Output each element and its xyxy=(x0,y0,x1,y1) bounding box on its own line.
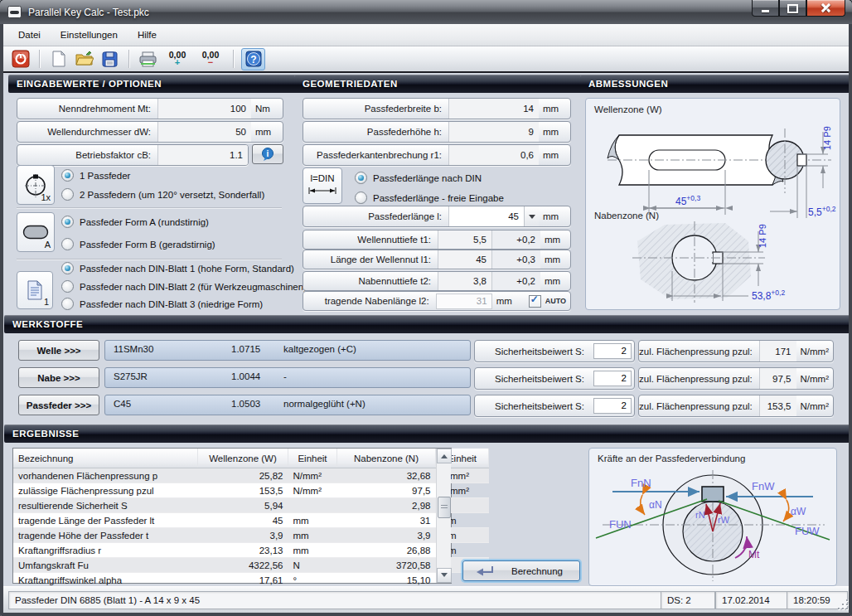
passfederhoehe-unit: mm xyxy=(539,127,570,137)
minimize-button[interactable] xyxy=(752,0,779,17)
passfeder-button[interactable]: Passfeder >>> xyxy=(18,395,99,415)
maximize-button[interactable] xyxy=(779,0,806,17)
nabe-button[interactable]: Nabe >>> xyxy=(18,367,99,388)
open-file-icon xyxy=(75,51,94,67)
field-nenndrehmoment: Nenndrehmoment Mt: 100 Nm xyxy=(17,98,283,119)
close-icon xyxy=(821,3,831,12)
flaechenpressung-label: zul. Flächenpressung pzul: xyxy=(639,401,759,411)
wellendurchmesser-input[interactable]: 50 xyxy=(157,122,251,142)
minus-icon: − xyxy=(208,59,213,66)
results-scrollbar[interactable] xyxy=(436,449,451,583)
passfederlaenge-label: Passfederlänge l: xyxy=(303,211,448,221)
toolbar-separator xyxy=(39,50,40,68)
decimal-increase-button[interactable]: 0,00 + xyxy=(162,49,192,70)
new-file-button[interactable] xyxy=(47,49,70,70)
kantenbrechung-value: 0,6 xyxy=(448,145,539,165)
radio-din-blatt-1[interactable]: Passfeder nach DIN-Blatt 1 (hohe Form, S… xyxy=(61,262,294,274)
col-wellenzone[interactable]: Wellenzone (W) xyxy=(198,449,288,468)
flaechenpressung-unit: N/mm² xyxy=(796,374,834,384)
save-button[interactable] xyxy=(99,49,121,70)
welle-button[interactable]: Welle >>> xyxy=(18,340,99,361)
menu-einstellungen[interactable]: Einstellungen xyxy=(53,27,125,43)
auto-label: AUTO xyxy=(541,297,570,305)
anzahl-icon-label: 1x xyxy=(41,192,51,202)
scroll-up-button[interactable] xyxy=(437,449,452,463)
status-date: 17.02.2014 xyxy=(715,591,788,609)
radio-icon xyxy=(61,280,74,293)
results-table: Bezeichnung Wellenzone (W) Einheit Naben… xyxy=(12,448,452,584)
wellennuttiefe-unit: mm xyxy=(540,235,570,245)
radio-2-passfedern[interactable]: 2 Passfedern (um 120° versetzt, Sonderfa… xyxy=(61,188,264,201)
help-button[interactable]: ? xyxy=(241,48,265,70)
werkstoff-row-passfeder: Passfeder >>> C45 1.0503 normalgeglüht (… xyxy=(0,395,852,415)
passfederlaenge-combo-value[interactable]: 45 xyxy=(448,206,524,226)
exit-button[interactable] xyxy=(9,49,31,70)
material-name: 11SMn30 xyxy=(114,344,153,354)
flaechenpressung-value: 153,5 xyxy=(759,395,796,416)
close-button[interactable] xyxy=(806,0,845,17)
title-bar[interactable]: Parallel Key Calc - Test.pkc xyxy=(0,0,852,24)
berechnung-button[interactable]: Berechnung xyxy=(462,560,580,581)
radio-din-blatt-3[interactable]: Passfeder nach DIN-Blatt 3 (niedrige For… xyxy=(61,298,263,310)
wellennut-laenge-tolerance: +0,3 xyxy=(491,250,540,269)
radio-form-a[interactable]: Passfeder Form A (rundstirnig) xyxy=(61,216,209,228)
material-treatment: normalgeglüht (+N) xyxy=(283,399,365,409)
sicherheitsbeiwert-group: Sicherheitsbeiwert S: 2 xyxy=(474,367,635,390)
radio-1-passfeder[interactable]: 1 Passfeder xyxy=(61,169,130,182)
wellennut-laenge-unit: mm xyxy=(540,255,570,264)
radio-laenge-din[interactable]: Passfederlänge nach DIN xyxy=(355,172,482,184)
toolbar-separator xyxy=(233,50,234,68)
svg-text:FnN: FnN xyxy=(631,477,651,489)
svg-text:i: i xyxy=(267,149,269,158)
passfederlaenge-unit: mm xyxy=(539,211,570,221)
material-treatment: - xyxy=(283,371,287,381)
field-nabenlaenge: tragende Nabenlänge l2: 31 mm AUTO xyxy=(303,291,571,311)
dimension-arrow-icon xyxy=(308,187,336,195)
triangle-up-icon xyxy=(441,451,448,458)
open-file-button[interactable] xyxy=(73,49,95,70)
abmessungen-box: Wellenzone (W) 45+0,3 xyxy=(585,98,840,310)
sicherheitsbeiwert-group: Sicherheitsbeiwert S: 2 xyxy=(474,340,635,362)
resize-grip[interactable] xyxy=(838,599,849,610)
radio-din-blatt-2[interactable]: Passfeder nach DIN-Blatt 2 (für Werkzeug… xyxy=(61,280,307,293)
material-number: 1.0503 xyxy=(231,399,260,409)
sicherheitsbeiwert-input[interactable]: 2 xyxy=(593,343,632,359)
nabenlaenge-input[interactable]: 31 xyxy=(436,293,492,309)
nabennuttiefe-value: 3,8 xyxy=(438,272,491,290)
nenndrehmoment-label: Nenndrehmoment Mt: xyxy=(17,104,157,114)
sicherheitsbeiwert-input[interactable]: 2 xyxy=(593,371,632,386)
decimal-decrease-button[interactable]: 0,00 − xyxy=(196,49,225,70)
svg-text:14 P9: 14 P9 xyxy=(822,126,832,150)
betriebsfaktor-info-button[interactable]: i xyxy=(252,144,283,164)
menu-hilfe[interactable]: Hilfe xyxy=(130,27,164,43)
col-nabenzone[interactable]: Nabenzone (N) xyxy=(337,449,436,468)
svg-text:rN: rN xyxy=(695,510,705,520)
radio-icon xyxy=(61,188,74,201)
menu-datei[interactable]: Datei xyxy=(11,27,48,43)
sicherheitsbeiwert-label: Sicherheitsbeiwert S: xyxy=(475,401,591,411)
scroll-thumb[interactable] xyxy=(438,497,451,518)
col-bezeichnung[interactable]: Bezeichnung xyxy=(13,449,198,468)
col-einheit-w[interactable]: Einheit xyxy=(288,449,337,468)
svg-text:14 P9: 14 P9 xyxy=(758,224,767,248)
laenge-din-icon-box: l=DIN xyxy=(303,167,342,204)
radio-form-b[interactable]: Passfeder Form B (geradstirnig) xyxy=(61,238,215,250)
passfederlaenge-dropdown-button[interactable] xyxy=(524,206,539,226)
print-button[interactable] xyxy=(137,49,159,70)
svg-text:53,8+0,2: 53,8+0,2 xyxy=(752,289,785,302)
geometrie-header: GEOMETRIEDATEN xyxy=(294,75,584,93)
betriebsfaktor-input[interactable]: 1.1 xyxy=(157,145,248,165)
auto-checkbox[interactable] xyxy=(529,295,541,308)
wellendurchmesser-label: Wellendurchmesser dW: xyxy=(17,127,157,137)
plus-icon: + xyxy=(175,59,180,66)
nenndrehmoment-input[interactable]: 100 xyxy=(157,99,251,119)
sicherheitsbeiwert-input[interactable]: 2 xyxy=(593,398,632,414)
radio-laenge-frei[interactable]: Passfederlänge - freie Eingabe xyxy=(355,192,504,204)
scroll-down-button[interactable] xyxy=(437,568,452,583)
nabenzone-label: Nabenzone (N) xyxy=(594,211,659,221)
radio-icon xyxy=(61,169,74,182)
form-icon-box: A xyxy=(17,212,55,252)
toolbar-separator xyxy=(128,50,129,68)
din-blatt-icon-box: 1 xyxy=(17,271,53,309)
sicherheitsbeiwert-label: Sicherheitsbeiwert S: xyxy=(475,374,591,384)
